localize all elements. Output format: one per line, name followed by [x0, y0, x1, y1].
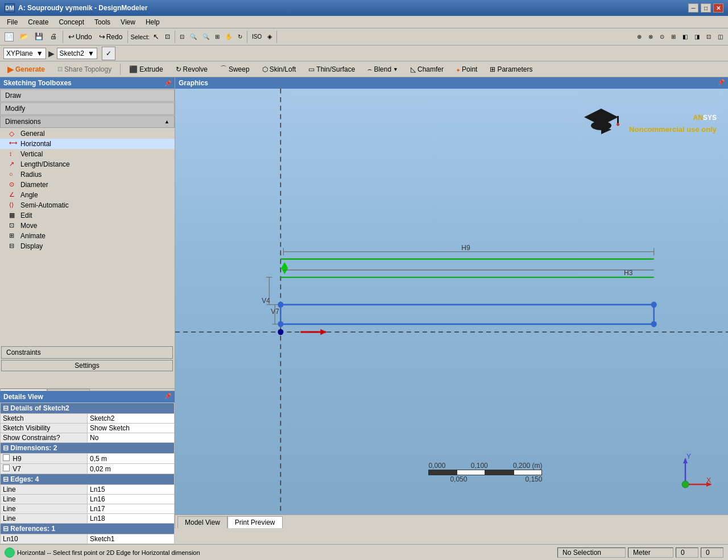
h9-checkbox[interactable]	[3, 454, 10, 461]
thin-surface-button[interactable]: ▭ Thin/Surface	[303, 63, 360, 76]
plane-dropdown[interactable]: XYPlane ▼	[3, 48, 46, 59]
edges-collapse-icon[interactable]: ⊟	[3, 475, 9, 483]
dim-general[interactable]: ◇ General	[0, 128, 175, 139]
skin-loft-label: Skin/Loft	[270, 65, 296, 73]
scale-bar-container: 0,000 0,100 0,200 (m) 0,050 0,150	[428, 462, 542, 483]
sketch-apply-button[interactable]: ✓	[102, 47, 115, 60]
dim-angle[interactable]: ∠ Angle	[0, 190, 175, 200]
svg-point-15	[278, 321, 283, 327]
dim-vertical[interactable]: ↕ Vertical	[0, 149, 175, 159]
undo-button[interactable]: ↩ Undo	[65, 30, 95, 44]
view3d-button[interactable]: ◈	[265, 30, 274, 44]
constraints-show-value[interactable]: No	[88, 433, 175, 443]
print-button[interactable]: 🖨	[47, 30, 60, 44]
v7-checkbox[interactable]	[3, 464, 10, 471]
toolboxes-pin-icon[interactable]: 📌	[164, 80, 171, 86]
parameters-button[interactable]: ⊞ Parameters	[485, 63, 537, 76]
dimensions-section[interactable]: Dimensions ▲	[0, 115, 175, 128]
sketch-value: Sketch2	[60, 49, 84, 57]
pan-button[interactable]: ✋	[223, 30, 234, 44]
share-topology-button[interactable]: ⊡ Share Topology	[52, 63, 117, 76]
view-control-8[interactable]: ◫	[715, 30, 726, 44]
constraints-row: Show Constraints? No	[1, 433, 175, 443]
minimize-button[interactable]: ─	[688, 3, 698, 13]
maximize-button[interactable]: □	[701, 3, 711, 13]
zoom-fit-button[interactable]: ⊡	[177, 30, 187, 44]
view-control-2[interactable]: ⊗	[646, 30, 656, 44]
sweep-button[interactable]: ⌒ Sweep	[215, 63, 255, 76]
modify-section[interactable]: Modify	[0, 102, 175, 115]
graphics-pin-icon[interactable]: 📌	[718, 79, 725, 87]
extrude-button[interactable]: ⬛ Extrude	[124, 63, 168, 76]
edges-header-row: ⊟ Edges: 4	[1, 474, 175, 485]
zoom-out-button[interactable]: 🔍	[200, 30, 212, 44]
view-iso-button[interactable]: ISO	[250, 30, 264, 44]
edit-label: Edit	[20, 211, 32, 219]
dim-animate[interactable]: ⊞ Animate	[0, 231, 175, 241]
open-icon: 📂	[19, 32, 28, 42]
section-collapse-icon[interactable]: ⊟	[3, 404, 9, 412]
dim-edit[interactable]: ▦ Edit	[0, 210, 175, 221]
zoom-box-button[interactable]: ⊞	[213, 30, 222, 44]
dim-move[interactable]: ⊡ Move	[0, 221, 175, 231]
draw-section[interactable]: Draw	[0, 89, 175, 102]
constraints-button[interactable]: Constraints	[1, 346, 173, 359]
dim-semiauto[interactable]: ⟨⟩ Semi-Automatic	[0, 200, 175, 210]
view-control-5[interactable]: ◧	[680, 30, 690, 44]
view-control-1[interactable]: ⊕	[634, 30, 644, 44]
menu-create[interactable]: Create	[23, 17, 53, 27]
menu-concept[interactable]: Concept	[54, 17, 89, 27]
dim-display[interactable]: ⊟ Display	[0, 241, 175, 251]
graphics-canvas[interactable]: ANSYS Noncommercial use only	[175, 89, 728, 515]
ln16-value[interactable]: Ln16	[88, 495, 175, 504]
revolve-button[interactable]: ↻ Revolve	[171, 63, 213, 76]
v7-value[interactable]: 0,02 m	[88, 464, 175, 474]
redo-button[interactable]: ↪ Redo	[96, 30, 126, 44]
menu-tools[interactable]: Tools	[90, 17, 115, 27]
sketch-value[interactable]: Sketch2	[88, 414, 175, 424]
dim-length[interactable]: ↗ Length/Distance	[0, 159, 175, 169]
select-mode-single[interactable]: ↖	[151, 30, 162, 44]
ln18-value[interactable]: Ln18	[88, 514, 175, 524]
view-control-7[interactable]: ⊡	[704, 30, 714, 44]
zoom-in-button[interactable]: 🔍	[188, 30, 199, 44]
rotate-button[interactable]: ↻	[235, 30, 245, 44]
details-pin-icon[interactable]: 📌	[164, 393, 171, 401]
refs-collapse-icon[interactable]: ⊟	[3, 525, 9, 533]
generate-button[interactable]: ▶ Generate	[2, 63, 50, 76]
close-button[interactable]: ✕	[713, 3, 723, 13]
dim-collapse-icon[interactable]: ⊟	[3, 444, 9, 452]
settings-button[interactable]: Settings	[1, 360, 173, 371]
tab-model-view[interactable]: Model View	[177, 516, 228, 528]
coordinate-system: Y X	[674, 453, 714, 495]
ln15-value[interactable]: Ln15	[88, 485, 175, 495]
h9-value[interactable]: 0,5 m	[88, 454, 175, 464]
tab-print-preview[interactable]: Print Preview	[228, 516, 283, 528]
view-control-6[interactable]: ◨	[692, 30, 702, 44]
ln17-value[interactable]: Ln17	[88, 504, 175, 514]
menu-file[interactable]: File	[2, 17, 22, 27]
statusbar: Horizontal -- Select first point or 2D E…	[0, 544, 728, 560]
skin-loft-button[interactable]: ⬡ Skin/Loft	[257, 63, 301, 76]
new-button[interactable]: 📄	[2, 30, 16, 44]
view-control-4[interactable]: ⊞	[668, 30, 679, 44]
view-control-3[interactable]: ⊙	[657, 30, 667, 44]
chamfer-button[interactable]: ◺ Chamfer	[406, 63, 449, 76]
dim-horizontal[interactable]: ⟷ Horizontal	[0, 139, 175, 149]
sketch1-value[interactable]: Sketch1	[88, 534, 175, 544]
sketch-dropdown[interactable]: Sketch2 ▼	[57, 48, 97, 59]
visibility-value[interactable]: Show Sketch	[88, 424, 175, 433]
select-mode-box[interactable]: ⊡	[163, 30, 172, 44]
graphics-title: Graphics	[179, 79, 208, 87]
menu-view[interactable]: View	[116, 17, 140, 27]
angle-label: Angle	[20, 191, 38, 199]
menu-help[interactable]: Help	[141, 17, 164, 27]
save-button[interactable]: 💾	[32, 30, 46, 44]
open-button[interactable]: 📂	[17, 30, 31, 44]
dim-radius[interactable]: ○ Radius	[0, 169, 175, 180]
point-button[interactable]: ⬥ Point	[451, 63, 482, 76]
dim-diameter[interactable]: ⊙ Diameter	[0, 180, 175, 190]
line2-label: Line	[1, 495, 88, 504]
save-icon: 💾	[34, 32, 43, 42]
blend-button[interactable]: ⌢ Blend ▼	[362, 63, 403, 76]
